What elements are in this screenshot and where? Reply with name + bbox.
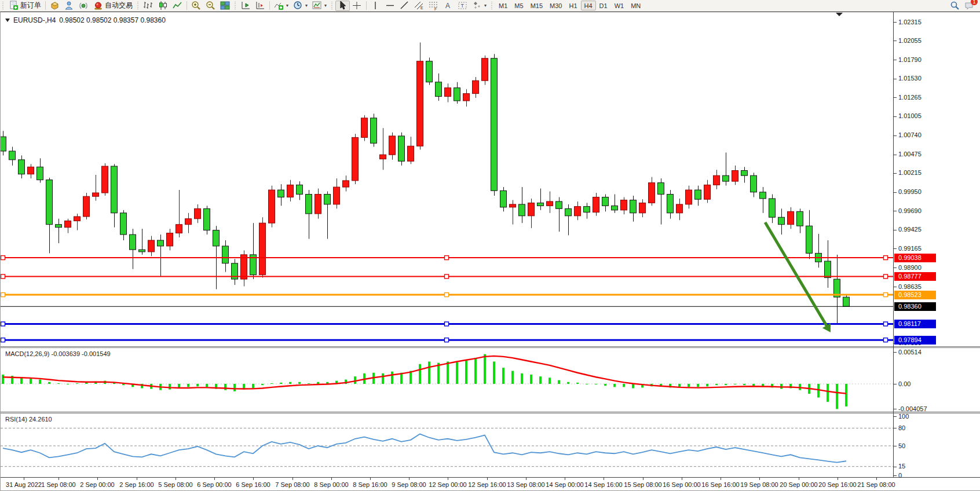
candle bbox=[816, 234, 822, 268]
trendline-tool-button[interactable] bbox=[397, 1, 412, 11]
notifications-icon[interactable]: 1 bbox=[964, 1, 974, 10]
line-handle bbox=[445, 256, 449, 260]
channel-tool-button[interactable]: E bbox=[412, 1, 426, 11]
timeframe-button-m1[interactable]: M1 bbox=[495, 1, 511, 10]
horizontal-line-object[interactable] bbox=[1, 322, 893, 326]
horizontal-line-object[interactable] bbox=[1, 338, 893, 342]
time-axis-tick bbox=[526, 478, 526, 480]
macd-histogram-bar bbox=[502, 368, 504, 384]
macd-histogram-bar bbox=[298, 382, 301, 384]
tile-windows-button[interactable] bbox=[218, 1, 232, 11]
macd-axis-label: 0.00 bbox=[898, 380, 910, 388]
bar-chart-button[interactable] bbox=[141, 1, 156, 11]
vertical-line-tool-button[interactable] bbox=[368, 1, 383, 11]
line-chart-button[interactable] bbox=[170, 1, 185, 11]
macd-histogram-bar bbox=[511, 371, 514, 384]
toolbar-grip[interactable] bbox=[490, 2, 494, 10]
timeframe-button-h4[interactable]: H4 bbox=[581, 1, 596, 10]
data-window-icon bbox=[64, 1, 74, 10]
macd-histogram-bar bbox=[743, 384, 745, 385]
horizontal-line-tool-button[interactable] bbox=[383, 1, 397, 11]
price-badge: 0.97894 bbox=[894, 336, 936, 345]
candle bbox=[825, 240, 831, 288]
cursor-icon bbox=[338, 1, 348, 10]
candle bbox=[37, 158, 43, 182]
price-axis-tick bbox=[894, 97, 897, 98]
pane-splitter-rsi[interactable] bbox=[1, 412, 980, 413]
chart-shift-button[interactable] bbox=[253, 1, 268, 11]
chart-shift-icon bbox=[255, 1, 265, 10]
crosshair-icon bbox=[352, 1, 362, 10]
cursor-tool-button[interactable] bbox=[335, 1, 350, 11]
candlestick-chart-button[interactable] bbox=[156, 1, 170, 11]
candle bbox=[584, 203, 590, 218]
time-axis-tick bbox=[838, 478, 838, 480]
candle bbox=[1, 131, 6, 155]
search-icon[interactable] bbox=[950, 1, 960, 10]
candle bbox=[806, 210, 813, 259]
chart-shift-marker[interactable] bbox=[836, 13, 843, 16]
zoom-out-button[interactable] bbox=[203, 1, 218, 11]
toolbar-grip[interactable] bbox=[233, 2, 237, 10]
price-axis-tick bbox=[894, 192, 897, 193]
timeframe-button-m30[interactable]: M30 bbox=[546, 1, 565, 10]
macd-histogram-bar bbox=[456, 362, 458, 384]
price-axis-label: 1.00475 bbox=[898, 151, 922, 158]
timeframe-button-m15[interactable]: M15 bbox=[527, 1, 546, 10]
price-axis[interactable]: 1.023151.020551.017901.015301.012651.010… bbox=[893, 12, 980, 477]
macd-indicator-label: MACD(12,26,9) -0.003639 -0.001549 bbox=[5, 350, 111, 357]
periods-button[interactable]: ▾ bbox=[291, 1, 310, 11]
text-tool-button[interactable]: A bbox=[441, 1, 455, 11]
one-click-trading-toggle-icon[interactable] bbox=[5, 19, 10, 22]
pane-splitter-macd[interactable] bbox=[1, 346, 980, 348]
macd-histogram-bar bbox=[493, 361, 495, 384]
toolbar-grip[interactable] bbox=[1, 2, 5, 10]
timeframe-button-h1[interactable]: H1 bbox=[565, 1, 580, 10]
macd-histogram-bar bbox=[169, 384, 171, 390]
horizontal-line-object[interactable] bbox=[1, 293, 893, 297]
macd-histogram-bar bbox=[206, 384, 208, 387]
macd-histogram-bar bbox=[57, 383, 60, 384]
time-axis-tick bbox=[253, 478, 254, 480]
market-watch-button[interactable] bbox=[47, 1, 62, 11]
label-tool-button[interactable]: T bbox=[455, 1, 470, 11]
line-chart-icon bbox=[173, 1, 182, 10]
indicators-button[interactable]: ▾ bbox=[272, 1, 291, 11]
fibonacci-tool-button[interactable]: F bbox=[426, 1, 441, 11]
arrows-tool-button[interactable]: ▾ bbox=[470, 1, 489, 11]
price-axis-tick bbox=[894, 268, 897, 268]
macd-histogram-bar bbox=[308, 383, 310, 384]
horizontal-line-object[interactable] bbox=[1, 274, 893, 279]
trend-arrow-object[interactable] bbox=[765, 222, 831, 332]
new-order-button[interactable]: 新订单 bbox=[6, 1, 43, 11]
autotrading-button[interactable]: 自动交易 bbox=[91, 1, 135, 11]
timeframe-button-m5[interactable]: M5 bbox=[511, 1, 526, 10]
templates-button[interactable]: ▾ bbox=[310, 1, 329, 11]
timeframe-button-d1[interactable]: D1 bbox=[596, 1, 611, 10]
candle bbox=[361, 115, 368, 141]
timeframe-button-mn[interactable]: MN bbox=[627, 1, 644, 10]
horizontal-line-object[interactable] bbox=[1, 256, 893, 260]
timeframe-button-w1[interactable]: W1 bbox=[611, 1, 628, 10]
line-handle bbox=[884, 274, 888, 279]
macd-histogram-bar bbox=[233, 384, 236, 391]
crosshair-tool-button[interactable] bbox=[350, 1, 364, 11]
dropdown-arrow-icon: ▾ bbox=[305, 3, 308, 8]
signals-button[interactable] bbox=[76, 1, 91, 11]
price-axis-tick bbox=[894, 116, 897, 117]
line-handle bbox=[884, 338, 888, 342]
price-axis-label: 1.00740 bbox=[898, 131, 922, 139]
auto-scroll-button[interactable] bbox=[239, 1, 253, 11]
time-axis-tick bbox=[175, 478, 176, 480]
indicators-icon bbox=[274, 1, 284, 10]
data-window-button[interactable] bbox=[62, 1, 76, 11]
candle bbox=[259, 217, 266, 277]
time-axis[interactable]: 31 Aug 20221 Sep 08:002 Sep 00:002 Sep 1… bbox=[1, 478, 980, 491]
line-handle bbox=[884, 256, 888, 260]
toolbar-grip[interactable] bbox=[136, 2, 140, 10]
zoom-in-button[interactable] bbox=[189, 1, 203, 11]
chart-canvas[interactable] bbox=[1, 12, 893, 477]
price-axis-tick bbox=[894, 287, 897, 287]
toolbar-grip[interactable] bbox=[330, 2, 334, 10]
time-axis-tick bbox=[799, 478, 799, 480]
